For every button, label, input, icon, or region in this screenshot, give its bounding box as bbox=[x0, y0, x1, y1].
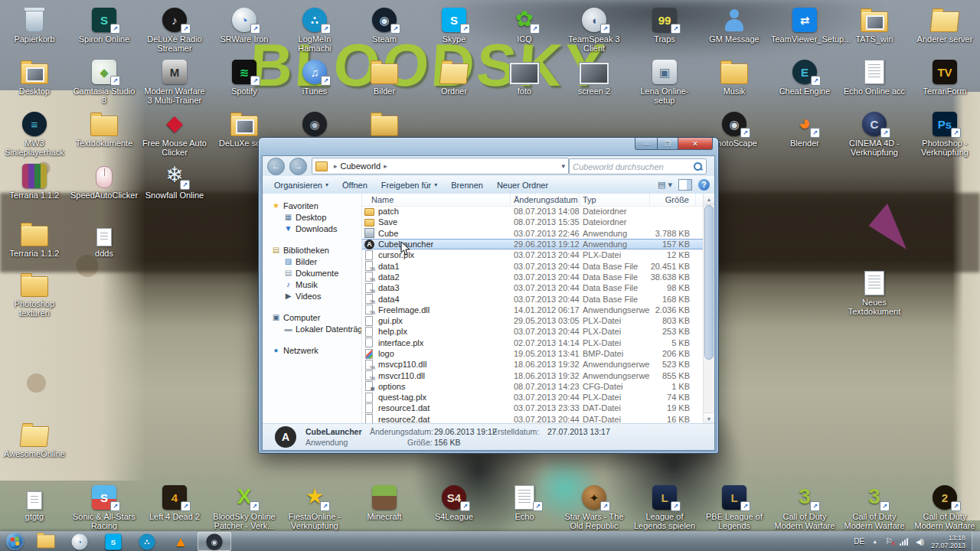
taskbar-button-windows-explorer[interactable] bbox=[29, 532, 63, 551]
desktop-icon-itunes[interactable]: ♫↗iTunes bbox=[280, 57, 349, 96]
desktop-icon-photoshop-texturen-folder[interactable]: Photoshop texturen bbox=[0, 269, 69, 318]
file-row-interface-plx[interactable]: interface.plx02.07.2013 14:14PLX-Datei5 … bbox=[362, 337, 703, 348]
file-row-data2[interactable]: %data203.07.2013 20:44Data Base File38.6… bbox=[362, 272, 703, 282]
explorer-window[interactable]: — ❐ ✕ ← → ▸ Cubeworld ▸ ▾ ↻ bbox=[258, 137, 719, 454]
toolbar-button-neuer-ordner[interactable]: Neuer Ordner bbox=[490, 178, 555, 192]
nav-item-netzwerk[interactable]: ●Netzwerk bbox=[263, 344, 361, 356]
views-icon[interactable]: ▤ ▾ bbox=[658, 180, 672, 190]
desktop-icon-traps[interactable]: 99↗Traps bbox=[630, 5, 699, 44]
desktop-icon-s4league[interactable]: S4↗S4League bbox=[420, 482, 488, 521]
taskbar-button-skype[interactable]: S bbox=[96, 532, 130, 551]
column-header-name[interactable]: Name bbox=[362, 194, 511, 206]
column-header-typ[interactable]: Typ bbox=[580, 194, 650, 206]
file-row-data4[interactable]: %data403.07.2013 20:44Data Base File168 … bbox=[362, 293, 703, 304]
nav-item-bibliotheken[interactable]: ▤Bibliotheken bbox=[263, 244, 361, 256]
desktop-icon-teamviewer-setup[interactable]: ⇄TeamViewer_Setup... bbox=[770, 5, 839, 44]
breadcrumb[interactable]: Cubeworld bbox=[341, 161, 381, 171]
file-row-resource1-dat[interactable]: resource1.dat03.07.2013 23:33DAT-Datei19… bbox=[362, 403, 703, 413]
desktop-icon-terraria-folder[interactable]: Terraria 1.1.2 bbox=[0, 219, 69, 258]
address-dropdown-icon[interactable]: ▾ bbox=[561, 162, 565, 170]
taskbar-clock[interactable]: 13:18 27.07.2013 bbox=[931, 534, 965, 549]
start-button[interactable] bbox=[0, 532, 29, 551]
nav-item-dokumente[interactable]: ▤Dokumente bbox=[263, 267, 361, 279]
desktop-icon-screen-2[interactable]: screen 2 bbox=[560, 57, 629, 96]
desktop-icon-star-wars-old-republic[interactable]: ✦↗Star Wars - The Old Republic bbox=[560, 482, 629, 530]
file-row-data1[interactable]: %data103.07.2013 20:44Data Base File20.4… bbox=[362, 260, 703, 271]
close-button[interactable]: ✕ bbox=[678, 138, 713, 150]
search-box[interactable] bbox=[569, 158, 707, 174]
desktop-icon-camera-app[interactable]: ◉ bbox=[280, 109, 349, 136]
forward-button[interactable]: → bbox=[289, 158, 307, 175]
desktop-icon-awesome-online-folder[interactable]: AwesomeOnline bbox=[0, 419, 69, 458]
desktop-icon-cinema-4d[interactable]: C↗CINEMA 4D - Verknüpfung bbox=[840, 109, 909, 157]
file-row-cube[interactable]: Cube03.07.2013 22:46Anwendung3.788 KB bbox=[362, 228, 703, 239]
file-row-resource2-dat[interactable]: resource2.dat03.07.2013 20:44DAT-Datei16… bbox=[362, 414, 703, 424]
file-row-patch[interactable]: patch08.07.2013 14:08Dateiordner bbox=[362, 206, 703, 217]
help-icon[interactable]: ? bbox=[698, 179, 710, 191]
column-header-nderungsdatum[interactable]: Änderungsdatum bbox=[511, 194, 580, 206]
desktop-icon-bloodsky-online-patcher[interactable]: X↗BloodSky Online Patcher - Verk... bbox=[210, 482, 279, 530]
desktop-icon-terrariform[interactable]: TVTerrariForm bbox=[910, 57, 979, 96]
desktop-icon-tats-win[interactable]: TATS_win bbox=[840, 5, 909, 44]
taskbar-button-logmein-hamachi[interactable]: ∴ bbox=[130, 532, 164, 551]
desktop-icon-deluxe-radio-streamer[interactable]: ♪↗DeLuXe Radio Streamer bbox=[140, 5, 209, 53]
scroll-up-icon[interactable]: ▲ bbox=[704, 194, 714, 205]
desktop-icon-skype[interactable]: S↗Skype bbox=[420, 5, 488, 44]
desktop-icon-srware-iron[interactable]: ◔↗SRWare Iron bbox=[210, 5, 279, 44]
nav-item-downloads[interactable]: ▼Downloads bbox=[263, 223, 361, 234]
preview-pane-icon[interactable] bbox=[678, 179, 692, 191]
search-input[interactable] bbox=[570, 162, 693, 171]
nav-item-favoriten[interactable]: ★Favoriten bbox=[263, 200, 361, 211]
file-row-msvcr110-dll[interactable]: %msvcr110.dll18.06.2013 19:32Anwendungse… bbox=[362, 370, 703, 380]
language-indicator[interactable]: DE bbox=[854, 537, 864, 546]
volume-icon[interactable]: ◀)) bbox=[916, 538, 923, 546]
address-bar[interactable]: ▸ Cubeworld ▸ ▾ bbox=[312, 158, 569, 174]
action-center-icon[interactable]: ⚐✕ bbox=[885, 536, 893, 546]
desktop-icon-camtasia-studio-8[interactable]: ◆↗Camtasia Studio 8 bbox=[70, 57, 139, 105]
desktop-icon-free-mouse-auto-clicker[interactable]: ◆Free Mouse Auto Clicker bbox=[140, 109, 209, 157]
toolbar-button-ffnen[interactable]: Öffnen bbox=[335, 178, 374, 192]
desktop-icon-gtgtg[interactable]: gtgtg bbox=[0, 482, 69, 521]
desktop-icon-teamspeak-3-client[interactable]: ◖↗TeamSpeak 3 Client bbox=[560, 5, 629, 53]
scrollbar-thumb[interactable] bbox=[704, 205, 714, 360]
desktop-icon-snowfall-online[interactable]: ❄↗Snowfall Online bbox=[140, 161, 209, 200]
nav-item-bilder[interactable]: ▨Bilder bbox=[263, 256, 361, 267]
desktop-icon-minecraft[interactable]: Minecraft bbox=[350, 482, 419, 521]
desktop-icon-photoshop[interactable]: Ps↗Photoshop - Verknüpfung bbox=[910, 109, 979, 157]
desktop-icon-icq[interactable]: ✿↗ICQ bbox=[490, 5, 559, 44]
desktop-icon-logmein-hamachi[interactable]: ∴↗LogMeIn Hamachi bbox=[280, 5, 349, 53]
nav-item-desktop[interactable]: ▦Desktop bbox=[263, 211, 361, 223]
desktop-icon-ddds[interactable]: ddds bbox=[70, 219, 139, 258]
desktop-icon-bilder-folder[interactable]: Bilder bbox=[350, 57, 419, 96]
nav-item-lokaler-datentr-ger[interactable]: ▬Lokaler Datenträger bbox=[263, 323, 361, 334]
desktop-icon-unlabeled-folder[interactable] bbox=[350, 109, 419, 136]
nav-item-musik[interactable]: ♪Musik bbox=[263, 279, 361, 290]
minimize-button[interactable]: — bbox=[635, 138, 658, 150]
desktop-icon-neues-textdokument[interactable]: Neues Textdokument bbox=[840, 268, 909, 316]
desktop-icon-spiron-online[interactable]: S↗Spiron Online bbox=[70, 5, 139, 44]
desktop-icon-anderer-server[interactable]: Anderer server bbox=[910, 5, 979, 44]
taskbar[interactable]: ◔S∴▲◉ DE ▲ ⚐✕ ◀)) 13:18 27.07.2013 bbox=[0, 531, 980, 551]
desktop-icon-mw3-multi-trainer[interactable]: MModern Warfare 3 Multi-Trainer bbox=[140, 57, 209, 105]
file-row-gui-plx[interactable]: gui.plx29.05.2013 03:05PLX-Datei803 KB bbox=[362, 315, 703, 326]
desktop-icon-spotify[interactable]: ≋↗Spotify bbox=[210, 57, 279, 96]
desktop-icon-mw3-singleplayerhack[interactable]: ≡MW3 Sinleplayerhack bbox=[0, 109, 69, 157]
desktop-icon-blender[interactable]: ◕↗Blender bbox=[770, 109, 839, 148]
desktop-icon-cheat-engine[interactable]: E↗Cheat Engine bbox=[770, 57, 839, 96]
desktop-icon-pbe-league-of-legends[interactable]: L↗PBE League of Legends bbox=[700, 482, 769, 530]
desktop-icon-left-4-dead-2[interactable]: 4↗Left 4 Dead 2 bbox=[140, 482, 209, 521]
desktop-icon-lena-online-setup[interactable]: ▣Lena Online-setup bbox=[630, 57, 699, 105]
desktop-icon-textdokumente-folder[interactable]: Textdokumente bbox=[70, 109, 139, 148]
maximize-button[interactable]: ❐ bbox=[658, 138, 678, 150]
desktop-icon-steam[interactable]: ◉↗Steam bbox=[350, 5, 419, 44]
desktop-icon-gm-message[interactable]: GM Message bbox=[700, 5, 769, 44]
desktop-icon-fiestaonline[interactable]: ★↗FiestaOnline - Verknüpfung bbox=[280, 482, 349, 530]
file-row-options[interactable]: ✱options08.07.2013 14:23CFG-Datei1 KB bbox=[362, 381, 703, 392]
file-row-msvcp110-dll[interactable]: %msvcp110.dll18.06.2013 19:32Anwendungse… bbox=[362, 359, 703, 370]
show-desktop-button[interactable] bbox=[972, 532, 980, 551]
desktop-icon-musik-folder[interactable]: Musik bbox=[700, 57, 769, 96]
column-header-gr-e[interactable]: Größe bbox=[650, 194, 696, 206]
back-button[interactable]: ← bbox=[267, 158, 285, 175]
file-row-save[interactable]: Save08.07.2013 15:35Dateiordner bbox=[362, 217, 703, 227]
nav-item-computer[interactable]: ▣Computer bbox=[263, 311, 361, 323]
